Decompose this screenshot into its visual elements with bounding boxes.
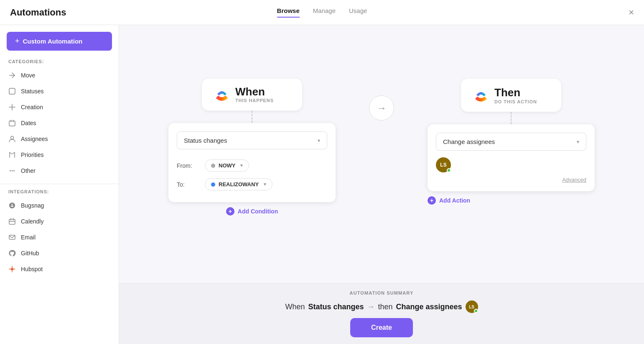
sidebar: + Custom Automation CATEGORIES: Move Sta… bbox=[0, 25, 119, 344]
sidebar-item-priorities[interactable]: Priorities bbox=[0, 147, 119, 163]
clickup-logo-then bbox=[473, 88, 489, 103]
github-icon bbox=[8, 249, 16, 257]
main-area: When THIS HAPPENS Status changes ▾ From: bbox=[119, 25, 644, 344]
svg-rect-10 bbox=[9, 219, 15, 224]
add-action-plus-icon: + bbox=[428, 196, 436, 205]
hubspot-icon bbox=[8, 265, 16, 273]
svg-point-8 bbox=[12, 170, 13, 172]
sidebar-item-creation[interactable]: Creation bbox=[0, 99, 119, 115]
when-card-text: When THIS HAPPENS bbox=[235, 86, 274, 103]
connector-line-when bbox=[252, 110, 252, 123]
add-condition-plus-icon: + bbox=[226, 207, 234, 216]
svg-point-9 bbox=[13, 170, 15, 172]
summary-text: When Status changes → then Change assign… bbox=[285, 300, 478, 313]
assignee-row: LS bbox=[436, 157, 586, 172]
summary-action: Change assignees bbox=[396, 303, 462, 311]
trigger-dropdown[interactable]: Status changes ▾ bbox=[177, 131, 327, 149]
action-chevron-icon: ▾ bbox=[577, 139, 579, 145]
app-title: Automations bbox=[10, 7, 66, 18]
calendly-icon bbox=[8, 218, 16, 225]
svg-rect-3 bbox=[9, 121, 15, 126]
tab-browse[interactable]: Browse bbox=[277, 7, 300, 18]
avatar-online-dot bbox=[447, 168, 451, 172]
trigger-chevron-icon: ▾ bbox=[318, 138, 320, 144]
summary-label: AUTOMATION SUMMARY bbox=[350, 290, 414, 295]
custom-automation-button[interactable]: + Custom Automation bbox=[7, 32, 112, 51]
summary-arrow-icon: → bbox=[367, 303, 374, 311]
creation-icon bbox=[8, 103, 16, 111]
summary-avatar: LS bbox=[466, 300, 478, 313]
sidebar-item-hubspot[interactable]: Hubspot bbox=[0, 261, 119, 277]
action-dropdown-card: Change assignees ▾ LS Advanced bbox=[428, 124, 595, 191]
tab-usage[interactable]: Usage bbox=[349, 7, 367, 18]
add-action-button[interactable]: + Add Action bbox=[428, 191, 470, 205]
integrations-label: INTEGRATIONS: bbox=[0, 189, 119, 198]
automation-summary: AUTOMATION SUMMARY When Status changes →… bbox=[119, 283, 644, 344]
header-tabs: Browse Manage Usage bbox=[277, 7, 367, 18]
assignees-icon bbox=[8, 135, 16, 143]
when-sublabel: THIS HAPPENS bbox=[235, 98, 274, 103]
trigger-section: When THIS HAPPENS Status changes ▾ From: bbox=[168, 79, 336, 217]
advanced-link[interactable]: Advanced bbox=[436, 177, 586, 183]
sidebar-item-statuses[interactable]: Statuses bbox=[0, 83, 119, 99]
from-status-pill[interactable]: NOWY ▾ bbox=[205, 159, 249, 172]
priorities-icon bbox=[8, 151, 16, 159]
to-chevron-icon: ▾ bbox=[264, 182, 266, 187]
email-icon bbox=[8, 234, 16, 241]
sidebar-item-email[interactable]: Email bbox=[0, 229, 119, 245]
sidebar-divider bbox=[0, 184, 119, 184]
to-status-dot bbox=[211, 182, 215, 187]
sidebar-item-calendly[interactable]: Calendly bbox=[0, 213, 119, 229]
dates-icon bbox=[8, 119, 16, 127]
avatar: LS bbox=[436, 157, 451, 172]
summary-trigger: Status changes bbox=[308, 303, 364, 311]
builder-cards: When THIS HAPPENS Status changes ▾ From: bbox=[168, 79, 595, 217]
when-card: When THIS HAPPENS bbox=[202, 79, 302, 110]
svg-rect-11 bbox=[9, 235, 15, 239]
statuses-icon bbox=[8, 87, 16, 95]
to-row: To: REALIZOWANY ▾ bbox=[177, 175, 327, 194]
builder-area: When THIS HAPPENS Status changes ▾ From: bbox=[119, 25, 644, 283]
then-label: Then bbox=[494, 86, 537, 99]
create-button[interactable]: Create bbox=[350, 318, 413, 337]
svg-rect-0 bbox=[9, 88, 15, 94]
arrow-circle: → bbox=[369, 95, 394, 121]
action-dropdown[interactable]: Change assignees ▾ bbox=[436, 133, 586, 151]
svg-point-7 bbox=[10, 170, 11, 172]
categories-label: CATEGORIES: bbox=[0, 59, 119, 67]
arrow-icon: → bbox=[377, 102, 387, 114]
from-chevron-icon: ▾ bbox=[240, 163, 243, 168]
from-status-dot bbox=[211, 164, 215, 168]
when-label: When bbox=[235, 86, 274, 97]
svg-point-6 bbox=[11, 136, 14, 139]
sidebar-item-move[interactable]: Move bbox=[0, 67, 119, 83]
connector-line-then bbox=[511, 112, 512, 124]
plus-icon: + bbox=[15, 37, 20, 46]
sidebar-item-github[interactable]: GitHub bbox=[0, 245, 119, 261]
tab-manage[interactable]: Manage bbox=[313, 7, 336, 18]
header: Automations Browse Manage Usage × bbox=[0, 0, 644, 25]
then-sublabel: DO THIS ACTION bbox=[494, 99, 537, 104]
summary-avatar-online-dot bbox=[474, 309, 478, 313]
action-section: Then DO THIS ACTION Change assignees ▾ bbox=[428, 79, 595, 205]
sidebar-item-bugsnag[interactable]: Bugsnag bbox=[0, 198, 119, 213]
trigger-dropdown-card: Status changes ▾ From: NOWY ▾ bbox=[168, 123, 336, 202]
other-icon bbox=[8, 167, 16, 175]
to-status-pill[interactable]: REALIZOWANY ▾ bbox=[205, 178, 272, 190]
add-condition-button[interactable]: + Add Condition bbox=[218, 202, 286, 217]
from-row: From: NOWY ▾ bbox=[177, 156, 327, 175]
move-icon bbox=[8, 72, 16, 79]
clickup-logo-when bbox=[214, 87, 229, 102]
then-card-text: Then DO THIS ACTION bbox=[494, 86, 537, 104]
sidebar-item-assignees[interactable]: Assignees bbox=[0, 131, 119, 147]
sidebar-item-other[interactable]: Other bbox=[0, 163, 119, 179]
bugsnag-icon bbox=[8, 202, 16, 209]
body: + Custom Automation CATEGORIES: Move Sta… bbox=[0, 25, 644, 344]
then-card: Then DO THIS ACTION bbox=[461, 79, 561, 112]
close-button[interactable]: × bbox=[629, 7, 634, 18]
svg-point-12 bbox=[11, 268, 13, 270]
sidebar-item-dates[interactable]: Dates bbox=[0, 115, 119, 131]
